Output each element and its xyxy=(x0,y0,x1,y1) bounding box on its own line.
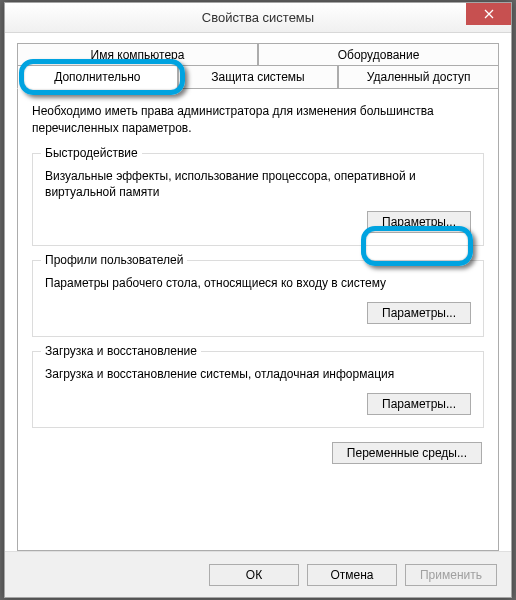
system-properties-window: Свойства системы Имя компьютера Оборудов… xyxy=(4,2,512,598)
dialog-footer: ОК Отмена Применить xyxy=(5,551,511,597)
profiles-settings-button[interactable]: Параметры... xyxy=(367,302,471,324)
group-profiles: Профили пользователей Параметры рабочего… xyxy=(32,260,484,337)
group-performance-legend: Быстродействие xyxy=(41,146,142,160)
group-profiles-legend: Профили пользователей xyxy=(41,253,187,267)
group-startup: Загрузка и восстановление Загрузка и вос… xyxy=(32,351,484,428)
tab-content-advanced: Необходимо иметь права администратора дл… xyxy=(17,88,499,551)
group-startup-desc: Загрузка и восстановление системы, отлад… xyxy=(45,366,471,383)
group-performance: Быстродействие Визуальные эффекты, испол… xyxy=(32,153,484,247)
cancel-button[interactable]: Отмена xyxy=(307,564,397,586)
tab-advanced[interactable]: Дополнительно xyxy=(17,65,178,89)
titlebar: Свойства системы xyxy=(5,3,511,33)
tab-system-protection[interactable]: Защита системы xyxy=(178,65,339,89)
apply-button[interactable]: Применить xyxy=(405,564,497,586)
tab-remote[interactable]: Удаленный доступ xyxy=(338,65,499,89)
tab-hardware[interactable]: Оборудование xyxy=(258,43,499,67)
group-startup-legend: Загрузка и восстановление xyxy=(41,344,201,358)
tabstrip: Имя компьютера Оборудование Дополнительн… xyxy=(17,43,499,89)
window-title: Свойства системы xyxy=(202,10,314,25)
close-button[interactable] xyxy=(466,3,511,25)
group-profiles-desc: Параметры рабочего стола, относящиеся ко… xyxy=(45,275,471,292)
ok-button[interactable]: ОК xyxy=(209,564,299,586)
startup-settings-button[interactable]: Параметры... xyxy=(367,393,471,415)
tab-computer-name[interactable]: Имя компьютера xyxy=(17,43,258,67)
dialog-body: Имя компьютера Оборудование Дополнительн… xyxy=(5,33,511,551)
performance-settings-button[interactable]: Параметры... xyxy=(367,211,471,233)
intro-text: Необходимо иметь права администратора дл… xyxy=(32,103,484,137)
environment-variables-button[interactable]: Переменные среды... xyxy=(332,442,482,464)
envvar-row: Переменные среды... xyxy=(32,442,484,472)
close-icon xyxy=(484,9,494,19)
group-performance-desc: Визуальные эффекты, использование процес… xyxy=(45,168,471,202)
